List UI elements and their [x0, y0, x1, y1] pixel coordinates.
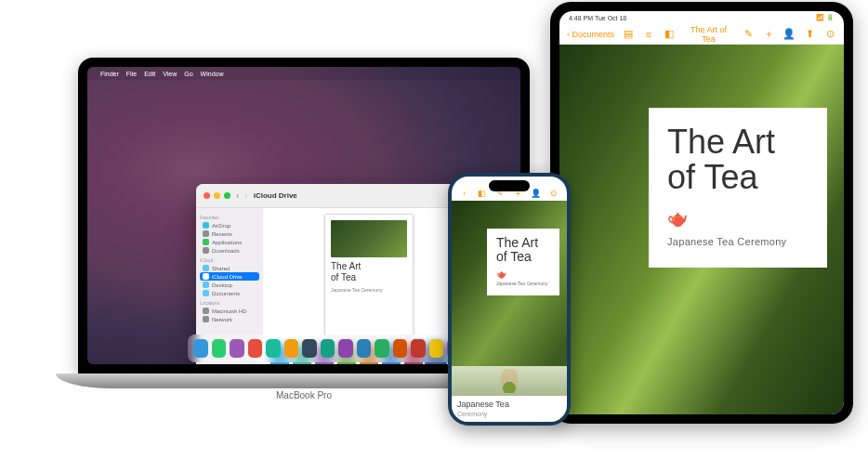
ipad-status-bar: 4:48 PM Tue Oct 18 📶 🔋: [559, 11, 844, 24]
dock-app-icon[interactable]: [357, 339, 372, 358]
window-title: iCloud Drive: [254, 191, 297, 200]
menu-finder[interactable]: Finder: [100, 71, 119, 77]
teapot-icon: 🫖: [496, 269, 550, 279]
sidebar-item-icloud-drive[interactable]: iCloud Drive: [200, 272, 259, 281]
minimize-icon[interactable]: [214, 192, 220, 199]
dock-app-icon[interactable]: [429, 339, 444, 358]
sidebar-locations-header: Locations: [200, 300, 259, 306]
sidebar-icon[interactable]: ▤: [622, 28, 635, 41]
iphone-screen: ‹ ◧ ✎ ＋ 👤 ⊙ The Artof Tea 🫖 Japanese Tea…: [452, 177, 567, 422]
dock-app-icon[interactable]: [248, 339, 263, 358]
thumb-hero-image: [331, 220, 407, 257]
second-page-preview: Japanese TeaCeremony: [452, 366, 567, 422]
window-controls: [204, 192, 230, 199]
insert-icon[interactable]: ＋: [762, 28, 775, 41]
dock-app-icon[interactable]: [193, 339, 208, 358]
more-icon[interactable]: ⊙: [548, 188, 559, 199]
photo: [452, 366, 567, 396]
document-thumbnail[interactable]: The Artof Tea Japanese Tea Ceremony: [324, 214, 414, 338]
menu-go[interactable]: Go: [184, 71, 192, 77]
dock-app-icon[interactable]: [375, 339, 389, 358]
document-title: The Art of Tea: [683, 25, 734, 44]
sidebar-item-documents[interactable]: Documents: [200, 289, 259, 297]
dock-app-icon[interactable]: [393, 339, 408, 358]
ipad-document-canvas[interactable]: The Artof Tea 🫖 Japanese Tea Ceremony: [559, 45, 844, 414]
nav-fwd-icon[interactable]: ›: [244, 190, 247, 201]
share-icon[interactable]: ⬆: [803, 28, 816, 41]
collab-icon[interactable]: 👤: [531, 188, 542, 199]
sidebar-item-macintosh-hd[interactable]: Macintosh HD: [200, 307, 259, 315]
view-icon[interactable]: ◧: [477, 188, 488, 199]
dock-app-icon[interactable]: [212, 339, 227, 358]
dock-app-icon[interactable]: [302, 339, 317, 358]
brush-icon[interactable]: ✎: [742, 28, 755, 41]
dock-app-icon[interactable]: [338, 339, 353, 358]
menu-edit[interactable]: Edit: [144, 71, 155, 77]
more-icon[interactable]: ⊙: [823, 28, 836, 41]
close-icon[interactable]: [204, 192, 210, 199]
view-icon[interactable]: ◧: [663, 28, 676, 41]
dock-app-icon[interactable]: [321, 339, 335, 358]
sidebar-item-applications[interactable]: Applications: [200, 238, 259, 246]
sidebar-item-shared[interactable]: Shared: [200, 264, 259, 272]
title-card: The Artof Tea 🫖 Japanese Tea Ceremony: [487, 229, 559, 295]
menu-view[interactable]: View: [163, 71, 177, 77]
ipad: 4:48 PM Tue Oct 18 📶 🔋 ‹ Documents ▤ ≡ ◧…: [550, 2, 853, 424]
list-icon[interactable]: ≡: [642, 28, 655, 41]
dock-app-icon[interactable]: [266, 339, 281, 358]
whisk-image: [501, 369, 518, 393]
sidebar-item-network[interactable]: Network: [200, 315, 259, 323]
dynamic-island: [489, 180, 530, 191]
status-icons: 📶 🔋: [816, 14, 835, 21]
dock-app-icon[interactable]: [284, 339, 299, 358]
mac-menubar[interactable]: Finder File Edit View Go Window: [87, 67, 520, 80]
teapot-icon: 🫖: [667, 208, 809, 229]
iphone: ‹ ◧ ✎ ＋ 👤 ⊙ The Artof Tea 🫖 Japanese Tea…: [448, 173, 571, 426]
sidebar-item-downloads[interactable]: Downloads: [200, 246, 259, 255]
back-button[interactable]: ‹ Documents: [567, 30, 614, 39]
status-time: 4:48 PM Tue Oct 18: [569, 15, 626, 21]
menu-window[interactable]: Window: [201, 71, 224, 77]
ipad-screen: 4:48 PM Tue Oct 18 📶 🔋 ‹ Documents ▤ ≡ ◧…: [559, 11, 844, 414]
collab-icon[interactable]: 👤: [783, 28, 796, 41]
dock-app-icon[interactable]: [230, 339, 244, 358]
subtitle: Japanese Tea Ceremony: [667, 236, 809, 247]
sidebar-item-airdrop[interactable]: AirDrop: [200, 221, 259, 229]
menu-file[interactable]: File: [126, 71, 137, 77]
zoom-icon[interactable]: [224, 192, 230, 199]
sidebar-icloud-header: iCloud: [200, 257, 259, 263]
sidebar-item-desktop[interactable]: Desktop: [200, 281, 259, 289]
sidebar-item-recents[interactable]: Recents: [200, 229, 259, 238]
nav-back-icon[interactable]: ‹: [236, 190, 239, 201]
iphone-document-canvas[interactable]: The Artof Tea 🫖 Japanese Tea Ceremony Ja…: [452, 201, 567, 422]
dock-app-icon[interactable]: [411, 339, 426, 358]
ipad-toolbar: ‹ Documents ▤ ≡ ◧ The Art of Tea ✎ ＋ 👤 ⬆…: [559, 24, 844, 45]
title-card: The Artof Tea 🫖 Japanese Tea Ceremony: [649, 108, 827, 268]
back-icon[interactable]: ‹: [459, 188, 470, 199]
sidebar-favorites-header: Favorites: [200, 215, 259, 220]
